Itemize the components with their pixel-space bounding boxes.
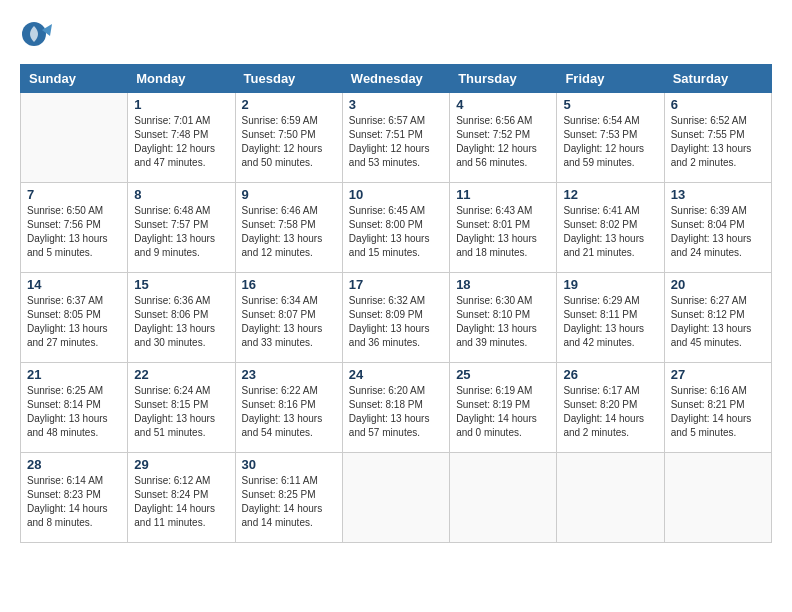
weekday-header-tuesday: Tuesday <box>235 65 342 93</box>
day-number: 25 <box>456 367 550 382</box>
calendar-week-4: 21Sunrise: 6:25 AM Sunset: 8:14 PM Dayli… <box>21 363 772 453</box>
calendar-cell: 4Sunrise: 6:56 AM Sunset: 7:52 PM Daylig… <box>450 93 557 183</box>
day-info: Sunrise: 6:17 AM Sunset: 8:20 PM Dayligh… <box>563 384 657 440</box>
day-number: 20 <box>671 277 765 292</box>
day-number: 11 <box>456 187 550 202</box>
day-info: Sunrise: 6:16 AM Sunset: 8:21 PM Dayligh… <box>671 384 765 440</box>
calendar-week-1: 1Sunrise: 7:01 AM Sunset: 7:48 PM Daylig… <box>21 93 772 183</box>
calendar-cell <box>342 453 449 543</box>
day-info: Sunrise: 6:36 AM Sunset: 8:06 PM Dayligh… <box>134 294 228 350</box>
day-info: Sunrise: 6:24 AM Sunset: 8:15 PM Dayligh… <box>134 384 228 440</box>
calendar-cell: 2Sunrise: 6:59 AM Sunset: 7:50 PM Daylig… <box>235 93 342 183</box>
calendar-cell: 16Sunrise: 6:34 AM Sunset: 8:07 PM Dayli… <box>235 273 342 363</box>
day-info: Sunrise: 6:57 AM Sunset: 7:51 PM Dayligh… <box>349 114 443 170</box>
calendar-cell: 27Sunrise: 6:16 AM Sunset: 8:21 PM Dayli… <box>664 363 771 453</box>
day-info: Sunrise: 6:20 AM Sunset: 8:18 PM Dayligh… <box>349 384 443 440</box>
day-info: Sunrise: 6:45 AM Sunset: 8:00 PM Dayligh… <box>349 204 443 260</box>
calendar-cell: 19Sunrise: 6:29 AM Sunset: 8:11 PM Dayli… <box>557 273 664 363</box>
calendar-cell: 11Sunrise: 6:43 AM Sunset: 8:01 PM Dayli… <box>450 183 557 273</box>
day-info: Sunrise: 6:41 AM Sunset: 8:02 PM Dayligh… <box>563 204 657 260</box>
calendar-cell: 18Sunrise: 6:30 AM Sunset: 8:10 PM Dayli… <box>450 273 557 363</box>
day-number: 27 <box>671 367 765 382</box>
day-info: Sunrise: 6:27 AM Sunset: 8:12 PM Dayligh… <box>671 294 765 350</box>
calendar-cell: 30Sunrise: 6:11 AM Sunset: 8:25 PM Dayli… <box>235 453 342 543</box>
logo <box>20 20 60 56</box>
day-number: 3 <box>349 97 443 112</box>
day-number: 24 <box>349 367 443 382</box>
day-number: 17 <box>349 277 443 292</box>
day-number: 15 <box>134 277 228 292</box>
calendar-cell: 20Sunrise: 6:27 AM Sunset: 8:12 PM Dayli… <box>664 273 771 363</box>
calendar-header-row: SundayMondayTuesdayWednesdayThursdayFrid… <box>21 65 772 93</box>
calendar-cell: 14Sunrise: 6:37 AM Sunset: 8:05 PM Dayli… <box>21 273 128 363</box>
day-number: 28 <box>27 457 121 472</box>
calendar-cell <box>450 453 557 543</box>
day-number: 10 <box>349 187 443 202</box>
day-info: Sunrise: 6:30 AM Sunset: 8:10 PM Dayligh… <box>456 294 550 350</box>
day-number: 18 <box>456 277 550 292</box>
day-number: 13 <box>671 187 765 202</box>
day-number: 8 <box>134 187 228 202</box>
day-number: 23 <box>242 367 336 382</box>
calendar-cell: 9Sunrise: 6:46 AM Sunset: 7:58 PM Daylig… <box>235 183 342 273</box>
weekday-header-thursday: Thursday <box>450 65 557 93</box>
weekday-header-monday: Monday <box>128 65 235 93</box>
day-info: Sunrise: 7:01 AM Sunset: 7:48 PM Dayligh… <box>134 114 228 170</box>
day-info: Sunrise: 6:12 AM Sunset: 8:24 PM Dayligh… <box>134 474 228 530</box>
day-number: 16 <box>242 277 336 292</box>
page-header <box>20 20 772 56</box>
day-number: 2 <box>242 97 336 112</box>
day-number: 1 <box>134 97 228 112</box>
weekday-header-wednesday: Wednesday <box>342 65 449 93</box>
calendar-cell: 13Sunrise: 6:39 AM Sunset: 8:04 PM Dayli… <box>664 183 771 273</box>
day-info: Sunrise: 6:50 AM Sunset: 7:56 PM Dayligh… <box>27 204 121 260</box>
day-number: 7 <box>27 187 121 202</box>
day-info: Sunrise: 6:29 AM Sunset: 8:11 PM Dayligh… <box>563 294 657 350</box>
day-number: 29 <box>134 457 228 472</box>
day-info: Sunrise: 6:37 AM Sunset: 8:05 PM Dayligh… <box>27 294 121 350</box>
calendar-cell: 25Sunrise: 6:19 AM Sunset: 8:19 PM Dayli… <box>450 363 557 453</box>
calendar-cell <box>21 93 128 183</box>
calendar-cell: 26Sunrise: 6:17 AM Sunset: 8:20 PM Dayli… <box>557 363 664 453</box>
weekday-header-saturday: Saturday <box>664 65 771 93</box>
day-number: 4 <box>456 97 550 112</box>
day-number: 26 <box>563 367 657 382</box>
day-info: Sunrise: 6:22 AM Sunset: 8:16 PM Dayligh… <box>242 384 336 440</box>
calendar-cell: 1Sunrise: 7:01 AM Sunset: 7:48 PM Daylig… <box>128 93 235 183</box>
calendar-cell: 3Sunrise: 6:57 AM Sunset: 7:51 PM Daylig… <box>342 93 449 183</box>
calendar-table: SundayMondayTuesdayWednesdayThursdayFrid… <box>20 64 772 543</box>
day-info: Sunrise: 6:14 AM Sunset: 8:23 PM Dayligh… <box>27 474 121 530</box>
day-info: Sunrise: 6:32 AM Sunset: 8:09 PM Dayligh… <box>349 294 443 350</box>
calendar-week-2: 7Sunrise: 6:50 AM Sunset: 7:56 PM Daylig… <box>21 183 772 273</box>
day-number: 14 <box>27 277 121 292</box>
day-info: Sunrise: 6:39 AM Sunset: 8:04 PM Dayligh… <box>671 204 765 260</box>
calendar-cell: 15Sunrise: 6:36 AM Sunset: 8:06 PM Dayli… <box>128 273 235 363</box>
day-number: 19 <box>563 277 657 292</box>
day-number: 22 <box>134 367 228 382</box>
day-info: Sunrise: 6:54 AM Sunset: 7:53 PM Dayligh… <box>563 114 657 170</box>
calendar-cell: 29Sunrise: 6:12 AM Sunset: 8:24 PM Dayli… <box>128 453 235 543</box>
calendar-cell: 28Sunrise: 6:14 AM Sunset: 8:23 PM Dayli… <box>21 453 128 543</box>
day-info: Sunrise: 6:52 AM Sunset: 7:55 PM Dayligh… <box>671 114 765 170</box>
logo-icon <box>20 20 56 56</box>
calendar-cell: 8Sunrise: 6:48 AM Sunset: 7:57 PM Daylig… <box>128 183 235 273</box>
day-info: Sunrise: 6:46 AM Sunset: 7:58 PM Dayligh… <box>242 204 336 260</box>
day-number: 9 <box>242 187 336 202</box>
calendar-cell: 22Sunrise: 6:24 AM Sunset: 8:15 PM Dayli… <box>128 363 235 453</box>
day-info: Sunrise: 6:48 AM Sunset: 7:57 PM Dayligh… <box>134 204 228 260</box>
calendar-cell: 7Sunrise: 6:50 AM Sunset: 7:56 PM Daylig… <box>21 183 128 273</box>
day-number: 21 <box>27 367 121 382</box>
day-number: 12 <box>563 187 657 202</box>
calendar-cell <box>557 453 664 543</box>
calendar-cell: 12Sunrise: 6:41 AM Sunset: 8:02 PM Dayli… <box>557 183 664 273</box>
calendar-week-3: 14Sunrise: 6:37 AM Sunset: 8:05 PM Dayli… <box>21 273 772 363</box>
calendar-cell <box>664 453 771 543</box>
calendar-cell: 6Sunrise: 6:52 AM Sunset: 7:55 PM Daylig… <box>664 93 771 183</box>
day-number: 6 <box>671 97 765 112</box>
calendar-cell: 17Sunrise: 6:32 AM Sunset: 8:09 PM Dayli… <box>342 273 449 363</box>
day-info: Sunrise: 6:25 AM Sunset: 8:14 PM Dayligh… <box>27 384 121 440</box>
calendar-cell: 21Sunrise: 6:25 AM Sunset: 8:14 PM Dayli… <box>21 363 128 453</box>
calendar-cell: 24Sunrise: 6:20 AM Sunset: 8:18 PM Dayli… <box>342 363 449 453</box>
day-info: Sunrise: 6:56 AM Sunset: 7:52 PM Dayligh… <box>456 114 550 170</box>
day-number: 5 <box>563 97 657 112</box>
